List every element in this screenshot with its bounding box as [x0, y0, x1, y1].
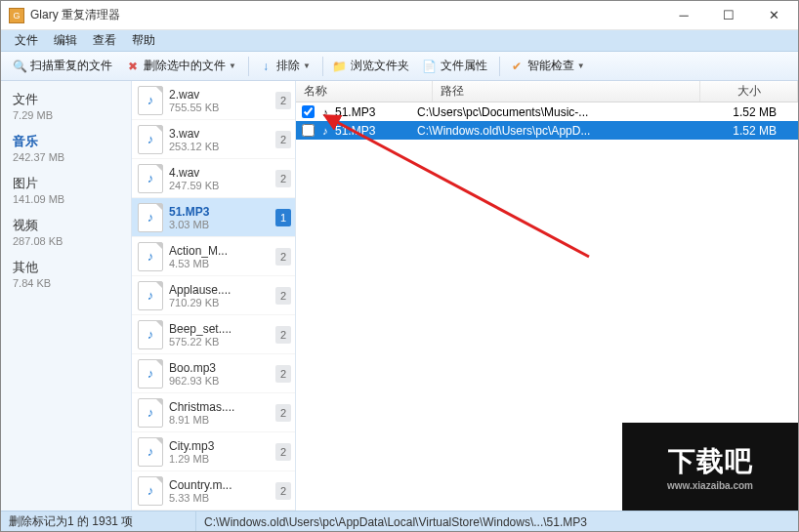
music-file-icon: ♪	[138, 281, 163, 310]
close-button[interactable]: ✕	[751, 1, 796, 29]
file-info: City.mp31.29 MB	[169, 439, 273, 465]
music-file-icon: ♪	[138, 437, 163, 467]
file-info: Applause....710.29 KB	[169, 283, 273, 308]
menu-help[interactable]: 帮助	[124, 30, 163, 51]
dup-count-badge: 2	[275, 365, 291, 383]
file-item[interactable]: ♪4.wav247.59 KB2	[132, 159, 295, 198]
browse-button[interactable]: 📁 浏览文件夹	[327, 56, 415, 76]
main-area: 文件 7.29 MB 音乐 242.37 MB 图片 141.09 MB 视频 …	[1, 81, 798, 511]
file-info: 2.wav755.55 KB	[169, 88, 273, 113]
smart-label: 智能检查	[527, 58, 574, 74]
exclude-icon: ↓	[259, 60, 273, 73]
dup-count-badge: 2	[275, 170, 291, 187]
watermark: 下载吧 www.xiazaiba.com	[622, 423, 798, 511]
dup-count-badge: 2	[275, 248, 291, 266]
file-size: 5.33 MB	[169, 492, 273, 504]
toolbar-separator	[248, 57, 249, 76]
file-size: 755.55 KB	[169, 102, 273, 113]
file-item[interactable]: ♪Applause....710.29 KB2	[132, 276, 295, 315]
dup-count-badge: 2	[275, 92, 291, 109]
music-file-icon: ♪	[138, 125, 163, 154]
dup-count-badge: 2	[275, 482, 291, 500]
dup-count-badge: 2	[275, 443, 291, 461]
scan-label: 扫描重复的文件	[30, 58, 112, 74]
category-name: 音乐	[13, 133, 119, 150]
file-info: Boo.mp3962.93 KB	[169, 361, 273, 387]
category-music[interactable]: 音乐 242.37 MB	[1, 129, 131, 171]
smart-button[interactable]: ✔ 智能检查 ▼	[504, 56, 591, 76]
file-size: 3.03 MB	[169, 219, 273, 230]
file-size: 4.53 MB	[169, 258, 273, 269]
file-list[interactable]: ♪2.wav755.55 KB2♪3.wav253.12 KB2♪4.wav24…	[132, 81, 296, 511]
file-item[interactable]: ♪Boo.mp3962.93 KB2	[132, 354, 295, 393]
file-item[interactable]: ♪2.wav755.55 KB2	[132, 81, 295, 120]
file-name: 3.wav	[169, 127, 273, 141]
file-name: Beep_set....	[169, 322, 273, 336]
menu-file[interactable]: 文件	[7, 30, 46, 51]
file-name: Christmas....	[169, 400, 273, 414]
music-file-icon: ♪	[138, 320, 163, 349]
minimize-button[interactable]: ─	[661, 1, 706, 29]
watermark-text: 下载吧	[668, 443, 753, 480]
window-buttons: ─ ☐ ✕	[661, 1, 796, 29]
dup-count-badge: 2	[275, 287, 291, 305]
props-button[interactable]: 📄 文件属性	[417, 56, 493, 76]
toolbar-separator	[499, 57, 500, 76]
menu-view[interactable]: 查看	[85, 30, 124, 51]
file-info: Christmas....8.91 MB	[169, 400, 273, 426]
file-item[interactable]: ♪Country.m...5.33 MB2	[132, 471, 295, 511]
music-file-icon: ♪	[138, 476, 163, 506]
row-path: C:\Windows.old\Users\pc\AppD...	[413, 124, 696, 138]
col-path[interactable]: 路径	[433, 81, 700, 102]
file-info: Action_M...4.53 MB	[169, 244, 273, 269]
dup-count-badge: 1	[275, 209, 291, 226]
file-size: 575.22 KB	[169, 336, 273, 348]
exclude-label: 排除	[276, 58, 300, 74]
music-file-icon: ♪	[138, 398, 163, 428]
file-item[interactable]: ♪Christmas....8.91 MB2	[132, 393, 295, 432]
file-size: 247.59 KB	[169, 180, 273, 191]
category-other[interactable]: 其他 7.84 KB	[1, 255, 131, 297]
status-bar: 删除标记为1 的 1931 项 C:\Windows.old\Users\pc\…	[1, 511, 798, 532]
dup-count-badge: 2	[275, 404, 291, 422]
file-item[interactable]: ♪Action_M...4.53 MB2	[132, 237, 295, 276]
category-video[interactable]: 视频 287.08 KB	[1, 213, 131, 255]
file-info: 51.MP33.03 MB	[169, 205, 273, 230]
music-file-icon: ♪	[138, 203, 163, 232]
toolbar: 🔍 扫描重复的文件 ✖ 删除选中的文件 ▼ ↓ 排除 ▼ 📁 浏览文件夹 📄 文…	[1, 52, 798, 81]
category-files[interactable]: 文件 7.29 MB	[1, 87, 131, 129]
file-item[interactable]: ♪City.mp31.29 MB2	[132, 432, 295, 471]
chevron-down-icon: ▼	[303, 61, 311, 70]
row-checkbox[interactable]	[302, 105, 315, 118]
window-title: Glary 重复清理器	[30, 7, 661, 23]
file-item[interactable]: ♪Beep_set....575.22 KB2	[132, 315, 295, 354]
menu-edit[interactable]: 编辑	[46, 30, 85, 51]
detail-row[interactable]: ♪51.MP3C:\Users\pc\Documents\Music-...1.…	[296, 102, 798, 121]
col-size[interactable]: 大小	[700, 81, 798, 102]
check-icon: ✔	[510, 60, 524, 73]
props-icon: 📄	[423, 60, 437, 73]
file-name: Country.m...	[169, 478, 273, 492]
music-file-icon: ♪	[138, 86, 163, 115]
category-pictures[interactable]: 图片 141.09 MB	[1, 171, 131, 213]
file-item[interactable]: ♪51.MP33.03 MB1	[132, 198, 295, 237]
exclude-button[interactable]: ↓ 排除 ▼	[253, 56, 316, 76]
maximize-button[interactable]: ☐	[706, 1, 751, 29]
file-item[interactable]: ♪3.wav253.12 KB2	[132, 120, 295, 159]
category-size: 287.08 KB	[13, 235, 119, 247]
scan-button[interactable]: 🔍 扫描重复的文件	[7, 56, 118, 76]
file-size: 710.29 KB	[169, 297, 273, 308]
status-right: C:\Windows.old\Users\pc\AppData\Local\Vi…	[196, 515, 798, 529]
detail-row[interactable]: ♪51.MP3C:\Windows.old\Users\pc\AppD...1.…	[296, 121, 798, 140]
category-name: 图片	[13, 175, 119, 192]
col-name[interactable]: 名称	[296, 81, 433, 102]
file-info: 3.wav253.12 KB	[169, 127, 273, 152]
row-size: 1.52 MB	[696, 124, 794, 138]
toolbar-separator	[322, 57, 323, 76]
detail-header: 名称 路径 大小	[296, 81, 798, 102]
row-checkbox[interactable]	[302, 124, 315, 137]
search-icon: 🔍	[13, 60, 26, 73]
category-sidebar: 文件 7.29 MB 音乐 242.37 MB 图片 141.09 MB 视频 …	[1, 81, 132, 511]
delete-button[interactable]: ✖ 删除选中的文件 ▼	[120, 56, 242, 76]
file-size: 962.93 KB	[169, 375, 273, 387]
